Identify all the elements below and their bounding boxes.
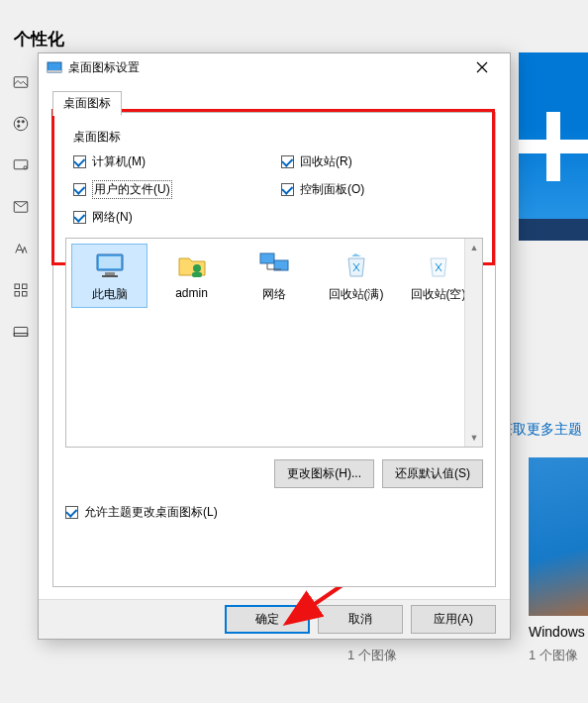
svg-rect-22 <box>260 253 274 263</box>
icon-label: 回收站(空) <box>411 286 466 303</box>
scroll-up-button[interactable]: ▲ <box>465 239 483 256</box>
this-pc-icon <box>93 249 127 282</box>
checkbox-allow-themes[interactable]: 允许主题更改桌面图标(L) <box>65 498 483 521</box>
taskbar-icon[interactable] <box>12 323 30 341</box>
change-icon-button[interactable]: 更改图标(H)... <box>274 459 374 488</box>
themes-icon[interactable] <box>12 198 30 216</box>
checkbox-icon <box>281 183 294 196</box>
svg-rect-5 <box>14 160 28 169</box>
svg-rect-19 <box>102 275 118 277</box>
icon-label: 回收站(满) <box>329 286 384 303</box>
theme-name-label: Windows <box>529 624 588 640</box>
checkbox-icon <box>73 183 86 196</box>
colors-icon[interactable] <box>12 115 30 133</box>
svg-rect-13 <box>14 334 28 337</box>
icon-item-this-pc[interactable]: 此电脑 <box>72 245 147 307</box>
svg-rect-18 <box>105 272 115 275</box>
svg-rect-17 <box>99 256 121 268</box>
svg-rect-10 <box>15 292 20 297</box>
checkbox-label: 用户的文件(U) <box>92 180 172 199</box>
dialog-title: 桌面图标设置 <box>68 59 462 76</box>
checkbox-icon <box>281 155 294 168</box>
svg-rect-21 <box>192 272 202 277</box>
icon-item-recycle-full[interactable]: 回收站(满) <box>319 245 393 307</box>
theme-image-count: 1 个图像 <box>529 647 588 664</box>
network-icon <box>257 249 291 282</box>
theme-thumbnail-bottom[interactable] <box>529 457 588 616</box>
svg-point-2 <box>18 121 20 123</box>
checkbox-icon <box>65 506 78 519</box>
group-label-desktop-icons: 桌面图标 <box>73 129 483 146</box>
icon-preview-list[interactable]: 此电脑 admin 网络 回收站(满) <box>65 238 483 448</box>
ok-button[interactable]: 确定 <box>225 605 310 634</box>
settings-sidebar <box>0 69 42 341</box>
recycle-empty-icon <box>422 249 455 282</box>
cancel-button[interactable]: 取消 <box>318 605 403 634</box>
checkbox-network[interactable]: 网络(N) <box>73 209 271 226</box>
dialog-button-bar: 确定 取消 应用(A) <box>39 599 510 639</box>
user-folder-icon <box>175 249 209 282</box>
checkbox-label: 计算机(M) <box>92 153 146 170</box>
dialog-title-icon <box>47 59 62 75</box>
icon-list-scrollbar[interactable]: ▲ ▼ <box>464 239 482 447</box>
tab-panel: 桌面图标 计算机(M) 回收站(R) 用户的文件(U) 控制面板(O) <box>52 112 496 587</box>
svg-point-4 <box>18 125 20 127</box>
svg-rect-11 <box>23 292 28 297</box>
checkbox-label: 允许主题更改桌面图标(L) <box>84 504 218 521</box>
icon-item-user[interactable]: admin <box>154 245 229 307</box>
checkbox-user-files[interactable]: 用户的文件(U) <box>73 180 271 199</box>
checkbox-icon <box>73 211 86 224</box>
checkbox-recycle-bin[interactable]: 回收站(R) <box>281 153 479 170</box>
theme-image-count-mid: 1 个图像 <box>347 647 397 664</box>
checkbox-icon <box>73 155 86 168</box>
recycle-full-icon <box>340 249 373 282</box>
icon-label: 此电脑 <box>92 286 128 303</box>
page-title: 个性化 <box>14 28 64 50</box>
svg-rect-8 <box>15 284 20 289</box>
get-more-themes-link[interactable]: 获取更多主题 <box>499 421 588 439</box>
svg-rect-9 <box>23 284 28 289</box>
icon-label: admin <box>175 286 208 300</box>
theme-thumbnail-top[interactable] <box>519 52 588 241</box>
restore-default-button[interactable]: 还原默认值(S) <box>382 459 483 488</box>
desktop-icon-settings-dialog: 桌面图标设置 桌面图标 桌面图标 计算机(M) 回收站(R) <box>38 52 511 640</box>
close-icon <box>476 61 488 73</box>
svg-point-6 <box>24 166 27 169</box>
checkbox-label: 回收站(R) <box>300 153 352 170</box>
checkbox-label: 网络(N) <box>92 209 133 226</box>
svg-point-3 <box>22 121 24 123</box>
svg-point-1 <box>14 117 28 131</box>
checkbox-computer[interactable]: 计算机(M) <box>73 153 271 170</box>
checkbox-label: 控制面板(O) <box>300 181 364 198</box>
svg-point-20 <box>193 264 201 272</box>
lockscreen-icon[interactable] <box>12 156 30 174</box>
checkbox-control-panel[interactable]: 控制面板(O) <box>281 180 479 199</box>
background-icon[interactable] <box>12 73 30 91</box>
tab-desktop-icons[interactable]: 桌面图标 <box>52 91 122 116</box>
svg-rect-15 <box>48 70 61 72</box>
icon-label: 网络 <box>262 286 286 303</box>
scroll-down-button[interactable]: ▼ <box>465 429 483 447</box>
dialog-titlebar: 桌面图标设置 <box>39 53 510 81</box>
fonts-icon[interactable] <box>12 240 30 257</box>
close-button[interactable] <box>462 53 502 81</box>
start-icon[interactable] <box>12 281 30 299</box>
apply-button[interactable]: 应用(A) <box>411 605 496 634</box>
icon-item-network[interactable]: 网络 <box>237 245 311 307</box>
